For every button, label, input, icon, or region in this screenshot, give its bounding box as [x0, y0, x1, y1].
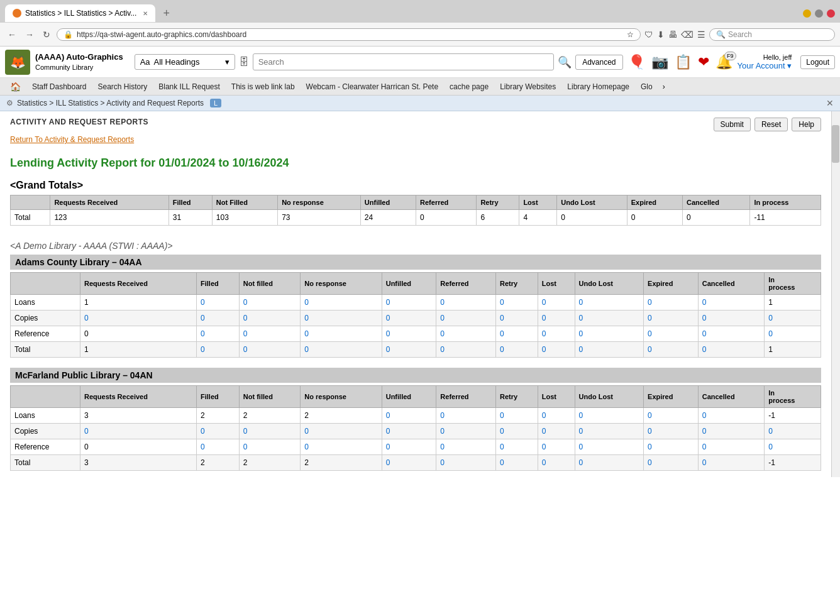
account-link[interactable]: Your Account ▾	[738, 61, 792, 70]
minimize-btn[interactable]	[803, 9, 811, 18]
user-area: Hello, jeff Your Account ▾	[738, 53, 792, 70]
row-label: Copies	[11, 311, 80, 326]
nav-staff-dashboard[interactable]: Staff Dashboard	[27, 80, 92, 93]
bell-icon[interactable]: 🔔 F9	[716, 54, 732, 70]
col-h-undolost: Undo Lost	[575, 386, 643, 408]
download-icon[interactable]: ⬇	[657, 30, 665, 40]
grand-totals-table: Requests Received Filled Not Filled No r…	[10, 195, 821, 226]
tab-close-btn[interactable]: ✕	[143, 10, 148, 17]
close-btn[interactable]	[827, 9, 835, 18]
browser-toolbar: 🛡 ⬇ 🖶 ⌫ ☰	[644, 30, 705, 40]
table-row: Total 123 31 103 73 24 0 6 4 0 0 0 -11	[11, 210, 821, 226]
scrollbar-track[interactable]	[831, 111, 840, 477]
maximize-btn[interactable]	[815, 9, 823, 18]
print-icon[interactable]: 🖶	[668, 30, 677, 40]
browser-search-box[interactable]: 🔍 Search	[709, 28, 835, 41]
star-icon[interactable]: ☆	[627, 30, 634, 39]
col-h-requests: Requests Received	[80, 386, 197, 408]
col-header-cancelled: Cancelled	[682, 195, 749, 210]
row-label: Total	[11, 455, 80, 471]
cell: 0	[495, 424, 538, 439]
cell: 0	[436, 342, 496, 358]
cell: 1	[765, 295, 821, 311]
return-link[interactable]: Return To Activity & Request Reports	[10, 135, 134, 144]
active-tab[interactable]: Statistics > ILL Statistics > Activ... ✕	[5, 4, 155, 22]
list-icon[interactable]: 📋	[675, 54, 692, 70]
nav-web-link[interactable]: This is web link lab	[226, 80, 300, 93]
nav-cache[interactable]: cache page	[445, 80, 494, 93]
col-h-requests: Requests Received	[80, 273, 197, 295]
table-row: Copies 0 0 0 0 0 0 0 0 0 0 0 0	[11, 311, 821, 326]
col-h-filled: Filled	[197, 273, 240, 295]
col-h-referred: Referred	[436, 386, 496, 408]
cell: 0	[644, 342, 699, 358]
nav-blank-ill[interactable]: Blank ILL Request	[153, 80, 225, 93]
search-input[interactable]	[253, 53, 555, 70]
logout-btn[interactable]: Logout	[800, 55, 835, 69]
cell-referred: 0	[416, 210, 477, 226]
nav-library-homepage[interactable]: Library Homepage	[562, 80, 634, 93]
home-nav-item[interactable]: 🏠	[5, 80, 26, 94]
reload-btn[interactable]: ↻	[40, 28, 53, 41]
page-title: ACTIVITY AND REQUEST REPORTS	[10, 118, 148, 126]
nav-webcam[interactable]: Webcam - Clearwater Harrican St. Pete	[301, 80, 444, 93]
cell: 0	[538, 455, 575, 471]
cell: 0	[301, 342, 382, 358]
forward-btn[interactable]: →	[23, 28, 36, 41]
cell: 0	[495, 326, 538, 342]
cell: 0	[80, 326, 197, 342]
breadcrumb-close-btn[interactable]: ✕	[826, 98, 834, 108]
reset-btn[interactable]: Reset	[754, 118, 788, 131]
heading-label: All Headings	[154, 57, 200, 67]
cell: 0	[538, 295, 575, 311]
col-h-label	[11, 273, 80, 295]
cell: 0	[80, 424, 197, 439]
url-text: https://qa-stwi-agent.auto-graphics.com/…	[77, 30, 623, 39]
mcfarland-table: Requests Received Filled Not filled No r…	[10, 385, 821, 471]
breadcrumb-icon: ⚙	[6, 99, 13, 107]
cell: 0	[239, 342, 301, 358]
logo-area: 🦊 (AAAA) Auto-Graphics Community Library	[5, 50, 123, 75]
balloon-icon[interactable]: 🎈	[628, 54, 645, 70]
new-tab-btn[interactable]: +	[159, 7, 174, 20]
camera-icon[interactable]: 📷	[651, 54, 668, 70]
submit-btn[interactable]: Submit	[714, 118, 751, 131]
cell: 0	[575, 408, 643, 424]
back-btn[interactable]: ←	[5, 28, 19, 41]
help-btn[interactable]: Help	[792, 118, 821, 131]
col-header-noresponse: No response	[278, 195, 361, 210]
cell-filled: 31	[169, 210, 212, 226]
nav-glo[interactable]: Glo	[636, 80, 658, 93]
lock-icon: 🔒	[64, 30, 73, 39]
row-label: Reference	[11, 326, 80, 342]
heading-icon: Aa	[140, 57, 150, 67]
cell: 0	[765, 326, 821, 342]
nav-library-websites[interactable]: Library Websites	[495, 80, 561, 93]
nav-bar: 🏠 Staff Dashboard Search History Blank I…	[0, 78, 840, 96]
menu-icon[interactable]: ☰	[697, 30, 705, 40]
col-header-filled: Filled	[169, 195, 212, 210]
heart-icon[interactable]: ❤	[698, 54, 709, 70]
cell: 0	[301, 295, 382, 311]
url-bar[interactable]: 🔒 https://qa-stwi-agent.auto-graphics.co…	[57, 28, 641, 41]
table-row: Reference 0 0 0 0 0 0 0 0 0 0 0 0	[11, 439, 821, 455]
cell: 0	[436, 326, 496, 342]
search-button[interactable]: 🔍	[558, 55, 572, 69]
advanced-search-btn[interactable]: Advanced	[575, 55, 622, 70]
header-icons: 🎈 📷 📋 ❤ 🔔 F9	[628, 54, 732, 70]
col-h-expired: Expired	[644, 386, 699, 408]
cell: 0	[644, 326, 699, 342]
cell: 0	[301, 439, 382, 455]
heading-select[interactable]: Aa All Headings ▾	[135, 54, 235, 70]
scrollbar-thumb[interactable]	[832, 125, 839, 163]
cell: 0	[239, 326, 301, 342]
nav-more-btn[interactable]: ›	[659, 80, 669, 93]
cell: 2	[239, 408, 301, 424]
cell: 0	[239, 424, 301, 439]
cell: 0	[436, 295, 496, 311]
nav-search-history[interactable]: Search History	[93, 80, 153, 93]
col-h-unfilled: Unfilled	[382, 273, 436, 295]
cell: 0	[575, 439, 643, 455]
cell-retry: 6	[477, 210, 519, 226]
share-icon[interactable]: ⌫	[681, 30, 694, 40]
